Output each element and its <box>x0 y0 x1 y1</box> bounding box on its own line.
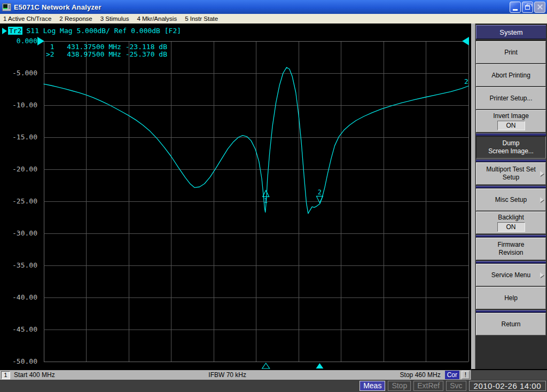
softkey-menu-title: System <box>476 25 546 39</box>
softkey-label-line: Abort Printing <box>491 72 530 80</box>
channel-number-badge: 1 <box>1 371 10 379</box>
minimize-button[interactable] <box>510 2 521 13</box>
main-area: 212 Tr2 S11 Log Mag 5.000dB/ Ref 0.000dB… <box>0 23 547 369</box>
softkey-label-line: Backlight <box>498 214 524 222</box>
softkey-label-line: Firmware <box>498 241 525 249</box>
trace-number-label: 2 <box>464 77 468 85</box>
softkey-label-line: Dump <box>502 139 519 147</box>
app-icon <box>2 3 11 11</box>
restore-button[interactable] <box>522 2 533 13</box>
title-bar[interactable]: E5071C Network Analyzer <box>0 0 547 14</box>
trace-header-text: S11 Log Mag 5.000dB/ Ref 0.000dB [F2] <box>26 27 181 35</box>
softkey-group-separator <box>476 310 546 312</box>
menu-bar: 1 Active Ch/Trace2 Response3 Stimulus4 M… <box>0 14 547 23</box>
close-icon <box>537 4 543 10</box>
softkey-label-line: Print <box>504 49 518 57</box>
softkey-invert-image[interactable]: Invert ImageON <box>476 110 546 132</box>
softkey-column: SystemPrintAbort PrintingPrinter Setup..… <box>475 23 547 369</box>
submenu-arrow-icon <box>540 171 544 176</box>
softkey-value-backlight: ON <box>497 222 525 232</box>
softkey-label-line: Setup <box>503 174 519 182</box>
window-title: E5071C Network Analyzer <box>14 3 509 11</box>
clock: 2010-02-26 14:00 <box>469 381 546 391</box>
softkey-label-line: Revision <box>498 249 523 257</box>
y-axis-tick-label: -45.00 <box>0 325 37 333</box>
reference-level-marker-right-icon[interactable] <box>462 37 469 45</box>
softkey-sidebar: SystemPrintAbort PrintingPrinter Setup..… <box>472 23 547 369</box>
y-axis-tick-label: -10.00 <box>0 101 37 109</box>
softkey-group-separator <box>476 134 546 136</box>
y-axis-tick-label: -25.00 <box>0 197 37 205</box>
marker-2-label: 2 <box>318 189 322 196</box>
channel-bar: 1 Start 400 MHz IFBW 70 kHz Stop 460 MHz… <box>0 369 471 380</box>
y-axis-tick-label: -35.00 <box>0 261 37 269</box>
softkey-dump-screen-image[interactable]: DumpScreen Image... <box>476 136 546 159</box>
alert-badge[interactable]: ! <box>462 371 470 379</box>
softkey-label-line: Printer Setup... <box>489 95 532 103</box>
status-extref-indicator: ExtRef <box>413 381 443 391</box>
trace-header: Tr2 S11 Log Mag 5.000dB/ Ref 0.000dB [F2… <box>2 27 181 35</box>
active-trace-arrow-icon <box>2 28 7 34</box>
softkey-label-line: Return <box>501 320 520 328</box>
ifbw-label: IFBW 70 kHz <box>55 371 400 379</box>
y-axis-tick-label: 0.000 <box>0 37 37 45</box>
menu-item-3-stimulus[interactable]: 3 Stimulus <box>100 15 129 22</box>
y-axis-tick-label: -30.00 <box>0 229 37 237</box>
restore-icon <box>525 5 530 10</box>
menu-item-1-active-ch-trace[interactable]: 1 Active Ch/Trace <box>3 15 51 22</box>
softkey-group-separator <box>476 160 546 162</box>
status-meas-indicator: Meas <box>360 381 385 391</box>
softkey-label-line: Help <box>504 294 518 302</box>
status-svc-indicator: Svc <box>446 381 466 391</box>
reference-level-marker-left-icon[interactable] <box>37 37 44 45</box>
marker-1-readout: 1 431.37500 MHz -23.118 dB <box>46 43 167 51</box>
start-frequency-label: Start 400 MHz <box>14 371 55 379</box>
softkey-label-line: Invert Image <box>493 112 529 120</box>
y-axis-tick-label: -15.00 <box>0 133 37 141</box>
close-button <box>534 2 545 13</box>
marker-2-stimulus-indicator-icon[interactable] <box>316 363 323 369</box>
softkey-label-line: Service Menu <box>491 271 530 279</box>
menu-item-5-instr-state[interactable]: 5 Instr State <box>185 15 218 22</box>
y-axis-tick-label: -5.000 <box>0 69 37 77</box>
plot-svg: 212 <box>0 23 471 369</box>
softkey-label-line: Misc Setup <box>495 196 527 204</box>
marker-2-readout: >2 438.97500 MHz -25.370 dB <box>46 51 167 58</box>
softkey-backlight[interactable]: BacklightON <box>476 211 546 234</box>
softkey-group-separator <box>476 261 546 263</box>
marker-1-stimulus-indicator-icon[interactable] <box>262 363 270 369</box>
softkey-service-menu[interactable]: Service Menu <box>476 264 546 286</box>
softkey-return[interactable]: Return <box>476 313 546 335</box>
status-stop-indicator: Stop <box>388 381 411 391</box>
softkey-firmware-revision[interactable]: FirmwareRevision <box>476 238 546 260</box>
submenu-arrow-icon <box>540 272 544 278</box>
marker-1-label: 1 <box>264 197 268 205</box>
softkey-group-separator <box>476 186 546 188</box>
stop-frequency-label: Stop 460 MHz <box>400 371 441 379</box>
softkey-print[interactable]: Print <box>476 41 546 64</box>
correction-status-badge: Cor <box>445 371 459 379</box>
instrument-screen: 212 Tr2 S11 Log Mag 5.000dB/ Ref 0.000dB… <box>0 23 471 369</box>
marker-readout: 1 431.37500 MHz -23.118 dB>2 438.97500 M… <box>46 43 167 58</box>
status-bar: Meas Stop ExtRef Svc 2010-02-26 14:00 <box>0 380 547 392</box>
trace-label-chip[interactable]: Tr2 <box>8 27 22 35</box>
y-axis-tick-label: -50.00 <box>0 357 37 365</box>
softkey-multiport-test-set-setup[interactable]: Multiport Test SetSetup <box>476 162 546 185</box>
softkey-abort-printing[interactable]: Abort Printing <box>476 64 546 87</box>
softkey-label-line: Multiport Test Set <box>486 166 535 174</box>
softkey-label-line: Screen Image... <box>488 147 534 155</box>
channel-bar-row: 1 Start 400 MHz IFBW 70 kHz Stop 460 MHz… <box>0 369 547 380</box>
softkey-help[interactable]: Help <box>476 287 546 309</box>
channel-bar-filler <box>471 369 547 380</box>
application-window: E5071C Network Analyzer 1 Active Ch/Trac… <box>0 0 547 392</box>
softkey-printer-setup[interactable]: Printer Setup... <box>476 87 546 109</box>
minimize-icon <box>513 9 518 11</box>
submenu-arrow-icon <box>540 197 544 202</box>
y-axis-tick-label: -40.00 <box>0 293 37 301</box>
softkey-group-separator <box>476 235 546 237</box>
menu-item-4-mkr-analysis[interactable]: 4 Mkr/Analysis <box>137 15 177 22</box>
y-axis-tick-label: -20.00 <box>0 165 37 173</box>
softkey-value-invert-image: ON <box>497 121 525 130</box>
menu-item-2-response[interactable]: 2 Response <box>59 15 92 22</box>
softkey-misc-setup[interactable]: Misc Setup <box>476 189 546 211</box>
